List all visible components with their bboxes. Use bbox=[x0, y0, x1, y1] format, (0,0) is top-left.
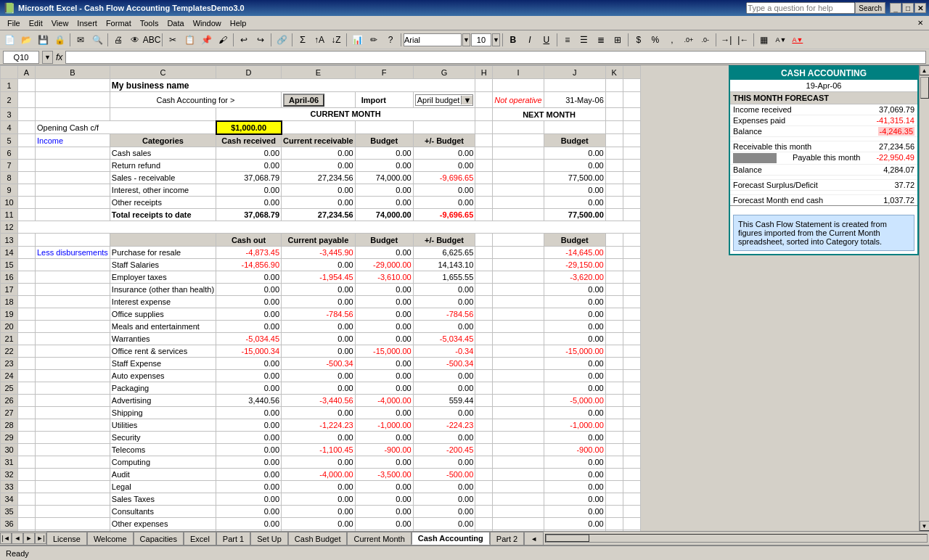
col-header-H[interactable]: H bbox=[475, 66, 493, 79]
h-scroll-thumb[interactable] bbox=[546, 535, 589, 542]
disb-co-9[interactable]: -15,000.34 bbox=[216, 345, 282, 358]
disb-co-11[interactable]: 0.00 bbox=[216, 370, 282, 382]
income-bud-5[interactable]: 0.00 bbox=[355, 197, 413, 209]
print-preview-button[interactable]: 👁 bbox=[127, 32, 143, 48]
cell-F2[interactable]: Import bbox=[355, 92, 413, 108]
increase-decimal-button[interactable]: .0+ bbox=[681, 32, 697, 48]
menu-item-edit[interactable]: Edit bbox=[25, 17, 47, 29]
income-recv-2[interactable]: 0.00 bbox=[282, 160, 356, 172]
new-button[interactable]: 📄 bbox=[1, 32, 17, 48]
cell-J4[interactable] bbox=[544, 121, 605, 134]
cell-B2[interactable] bbox=[36, 92, 110, 108]
cell-H2[interactable] bbox=[475, 92, 493, 108]
disb-nm-16[interactable]: 0.00 bbox=[544, 432, 605, 444]
disb-co-18[interactable]: 0.00 bbox=[216, 456, 282, 469]
disb-cat-4[interactable]: Insurance (other than health) bbox=[110, 284, 216, 296]
comma-button[interactable]: , bbox=[664, 32, 680, 48]
disb-bud-1[interactable]: 0.00 bbox=[355, 247, 413, 259]
disb-cp-5[interactable]: 0.00 bbox=[282, 296, 356, 308]
disb-pm-19[interactable]: -500.00 bbox=[413, 469, 475, 481]
tab-currentmonth[interactable]: Current Month bbox=[347, 532, 411, 545]
disb-bud-19[interactable]: -3,500.00 bbox=[355, 469, 413, 481]
maximize-button[interactable]: □ bbox=[902, 3, 914, 13]
print-button[interactable]: 🖨 bbox=[110, 32, 126, 48]
disb-pm-9[interactable]: -0.34 bbox=[413, 345, 475, 358]
disb-pm-20[interactable]: 0.00 bbox=[413, 481, 475, 493]
col-header-G[interactable]: G bbox=[413, 66, 475, 79]
merge-button[interactable]: ⊞ bbox=[610, 32, 626, 48]
disb-nm-18[interactable]: 0.00 bbox=[544, 456, 605, 469]
menu-item-format[interactable]: Format bbox=[102, 17, 136, 29]
disb-co-8[interactable]: -5,034.45 bbox=[216, 333, 282, 345]
disb-cat-21[interactable]: Sales Taxes bbox=[110, 493, 216, 506]
income-pm-3[interactable]: -9,696.65 bbox=[413, 172, 475, 184]
tab-excel[interactable]: Excel bbox=[184, 532, 216, 545]
format-painter-button[interactable]: 🖌 bbox=[215, 32, 231, 48]
cell-A5[interactable] bbox=[18, 134, 36, 147]
disb-nm-15[interactable]: -1,000.00 bbox=[544, 419, 605, 432]
col-header-K[interactable]: K bbox=[605, 66, 623, 79]
disb-co-1[interactable]: -4,873.45 bbox=[216, 247, 282, 259]
disb-bud-20[interactable]: 0.00 bbox=[355, 481, 413, 493]
disb-pm-10[interactable]: -500.34 bbox=[413, 358, 475, 370]
search-button[interactable]: 🔍 bbox=[89, 32, 105, 48]
disb-cat-24[interactable]: Equipment lease bbox=[110, 530, 216, 532]
horizontal-scrollbar[interactable] bbox=[545, 534, 928, 543]
copy-button[interactable]: 📋 bbox=[181, 32, 197, 48]
income-cat-1[interactable]: Cash sales bbox=[110, 147, 216, 160]
cell-I2[interactable]: Not operative bbox=[493, 92, 544, 108]
disb-cat-22[interactable]: Consultants bbox=[110, 506, 216, 518]
disb-nm-9[interactable]: -15,000.00 bbox=[544, 345, 605, 358]
col-header-D[interactable]: D bbox=[216, 66, 282, 79]
cell-B3[interactable] bbox=[36, 108, 110, 121]
decrease-decimal-button[interactable]: .0- bbox=[697, 32, 713, 48]
bold-button[interactable]: B bbox=[505, 32, 521, 48]
cell-K3[interactable] bbox=[605, 108, 623, 121]
disb-bud-11[interactable]: 0.00 bbox=[355, 370, 413, 382]
disb-cp-2[interactable]: 0.00 bbox=[282, 259, 356, 271]
disb-cp-21[interactable]: 0.00 bbox=[282, 493, 356, 506]
decrease-indent-button[interactable]: |← bbox=[735, 32, 751, 48]
income-cr-2[interactable]: 0.00 bbox=[216, 160, 282, 172]
income-bud-2[interactable]: 0.00 bbox=[355, 160, 413, 172]
disb-cp-11[interactable]: 0.00 bbox=[282, 370, 356, 382]
drawing-button[interactable]: ✏ bbox=[366, 32, 382, 48]
income-cr-5[interactable]: 0.00 bbox=[216, 197, 282, 209]
disb-cat-1[interactable]: Purchase for resale bbox=[110, 247, 216, 259]
disb-cp-4[interactable]: 0.00 bbox=[282, 284, 356, 296]
tab-cashbudget[interactable]: Cash Budget bbox=[288, 532, 348, 545]
close-app-icon[interactable]: ✕ bbox=[914, 19, 926, 27]
font-size-input[interactable] bbox=[471, 33, 491, 46]
cell-C1[interactable]: My business name bbox=[110, 79, 475, 92]
disb-cat-16[interactable]: Security bbox=[110, 432, 216, 444]
col-header-F[interactable]: F bbox=[355, 66, 413, 79]
tab-license[interactable]: License bbox=[46, 532, 87, 545]
tab-scroll-right[interactable]: ► bbox=[23, 532, 35, 544]
cell-H5[interactable] bbox=[475, 134, 493, 147]
tab-cashaccounting[interactable]: Cash Accounting bbox=[412, 532, 490, 545]
disb-co-4[interactable]: 0.00 bbox=[216, 284, 282, 296]
disb-bud-24[interactable]: -1,500.00 bbox=[355, 530, 413, 532]
tab-part2[interactable]: Part 2 bbox=[490, 532, 524, 545]
redo-button[interactable]: ↪ bbox=[253, 32, 269, 48]
disb-cp-20[interactable]: 0.00 bbox=[282, 481, 356, 493]
disb-bud-3[interactable]: -3,610.00 bbox=[355, 271, 413, 284]
disb-nm-8[interactable]: 0.00 bbox=[544, 333, 605, 345]
disb-cp-9[interactable]: 0.00 bbox=[282, 345, 356, 358]
income-pm-5[interactable]: 0.00 bbox=[413, 197, 475, 209]
tab-capacities[interactable]: Capacities bbox=[134, 532, 184, 545]
cell-H3[interactable] bbox=[475, 108, 493, 121]
cell-ref-input[interactable] bbox=[3, 51, 39, 64]
menu-item-view[interactable]: View bbox=[47, 17, 73, 29]
disb-bud-8[interactable]: 0.00 bbox=[355, 333, 413, 345]
cell-A3[interactable] bbox=[18, 108, 36, 121]
help-search-input[interactable] bbox=[746, 2, 855, 14]
disb-nm-13[interactable]: -5,000.00 bbox=[544, 395, 605, 407]
month-button[interactable]: April-06 bbox=[283, 94, 324, 107]
font-size-dropdown[interactable]: ▼ bbox=[492, 33, 500, 46]
disb-co-15[interactable]: 0.00 bbox=[216, 419, 282, 432]
disb-cat-8[interactable]: Warranties bbox=[110, 333, 216, 345]
currency-button[interactable]: $ bbox=[631, 32, 647, 48]
income-cat-4[interactable]: Interest, other income bbox=[110, 184, 216, 197]
disb-pm-6[interactable]: -784.56 bbox=[413, 308, 475, 321]
